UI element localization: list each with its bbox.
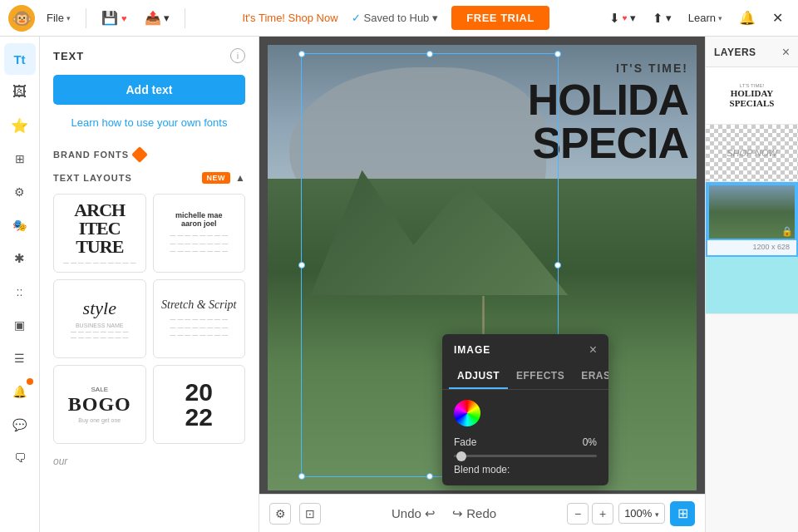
sidebar-item-mask[interactable]: 🎭	[4, 209, 36, 241]
undo-label: Undo	[392, 506, 421, 520]
main-layout: Tt 🖼 ⭐ ⊞ ⚙ 🎭 ✱ :: ▣ ☰ 🔔	[0, 37, 798, 532]
hub-chevron-icon: ▾	[432, 12, 438, 24]
color-wheel-icon[interactable]	[454, 400, 480, 426]
layer-thumbnail: LT'S TIME! HOLIDAYSPECIALS	[706, 67, 798, 124]
share-chevron-icon: ▾	[666, 12, 672, 24]
undo-icon: ↩	[425, 506, 436, 520]
file-menu[interactable]: File ▾	[40, 8, 77, 27]
share-button[interactable]: ⬆ ▾	[646, 7, 678, 30]
crop-button[interactable]: ⊡	[299, 503, 321, 525]
lock-icon: 🔒	[781, 226, 793, 237]
premium-diamond-icon	[131, 146, 148, 163]
info-icon[interactable]: i	[230, 48, 245, 63]
text-icon: Tt	[13, 52, 25, 66]
mask-icon: 🎭	[12, 219, 27, 232]
layer-item[interactable]: SHOP NOW	[706, 125, 798, 182]
collapse-icon[interactable]: ▲	[235, 172, 245, 184]
sidebar-item-filters[interactable]: ⚙	[4, 176, 36, 208]
app-logo[interactable]: 🐵	[8, 5, 35, 32]
topbar-right: ⬇ ♥ ▾ ⬆ ▾ Learn ▾ 🔔 ✕	[603, 6, 790, 30]
upload-chevron-icon: ▾	[164, 12, 170, 24]
layout-card-year[interactable]: 2022	[153, 365, 246, 444]
its-time-text: IT'S TIME!	[528, 62, 688, 75]
tab-erase[interactable]: ERASE	[573, 364, 608, 389]
blend-mode-row: Blend mode:	[454, 464, 597, 475]
fade-slider[interactable]	[454, 455, 597, 457]
saved-to-hub[interactable]: ✓ Saved to Hub ▾	[345, 9, 446, 27]
upload-button[interactable]: 📤 ▾	[138, 6, 176, 30]
specials-text: SPECIA	[528, 121, 688, 165]
left-sidebar: Tt 🖼 ⭐ ⊞ ⚙ 🎭 ✱ :: ▣ ☰ 🔔	[0, 37, 40, 532]
sidebar-item-elements[interactable]: ⭐	[4, 110, 36, 141]
layers-toggle-button[interactable]: ⊞	[670, 501, 695, 526]
sidebar-item-comment[interactable]: 🗨	[4, 442, 36, 474]
tab-adjust[interactable]: ADJUST	[449, 364, 508, 389]
layout-card-architecture[interactable]: ARCHITECTURE — — — — — — — — — —	[53, 194, 146, 273]
learn-fonts-link[interactable]: Learn how to use your own fonts	[40, 113, 259, 132]
holiday-text: HOLIDA	[528, 78, 688, 121]
image-panel-header: IMAGE ×	[442, 334, 608, 364]
notification-icon: 🔔	[12, 385, 27, 398]
notifications-button[interactable]: 🔔	[732, 6, 762, 30]
zoom-in-button[interactable]: +	[592, 503, 613, 525]
topbar: 🐵 File ▾ 💾 ♥ 📤 ▾ It's Time! Shop Now ✓ S…	[0, 0, 798, 37]
layer-item[interactable]: 🔒 1200 x 628	[706, 182, 798, 257]
sidebar-item-layouts[interactable]: ⊞	[4, 143, 36, 175]
image-panel-title: IMAGE	[454, 344, 490, 356]
add-text-button[interactable]: Add text	[53, 75, 245, 105]
layer-text-content: LT'S TIME! HOLIDAYSPECIALS	[727, 80, 778, 111]
brand-fonts-label: BRAND FONTS	[53, 150, 129, 160]
zoom-out-button[interactable]: −	[567, 503, 589, 525]
image-panel-body: Fade 0% Blend mode:	[442, 390, 608, 485]
save-button[interactable]: 💾 ♥	[95, 6, 134, 30]
bogo-sale-text: SALE	[61, 386, 139, 393]
our-text: our	[40, 452, 259, 472]
layout-grid: ARCHITECTURE — — — — — — — — — — michell…	[40, 189, 259, 452]
layout-card-style[interactable]: style BUSINESS NAME— — — — — — — —— — — …	[53, 279, 146, 358]
sidebar-item-textbox[interactable]: ☰	[4, 342, 36, 374]
redo-button[interactable]: ↪ Redo	[447, 503, 501, 525]
download-button[interactable]: ⬇ ♥ ▾	[603, 7, 643, 30]
download-chevron-icon: ▾	[630, 12, 636, 24]
shop-now-text[interactable]: It's Time! Shop Now	[242, 12, 337, 24]
brand-fonts-section: BRAND FONTS	[40, 142, 259, 165]
fade-slider-thumb[interactable]	[456, 451, 466, 461]
speech-icon: 💬	[12, 418, 27, 431]
tab-effects[interactable]: EFFECTS	[508, 364, 573, 389]
image-panel-close-button[interactable]: ×	[589, 342, 597, 357]
new-badge: NEW	[202, 172, 231, 184]
erase-icon: ✱	[14, 251, 25, 266]
zoom-level-display[interactable]: 100% ▾	[618, 503, 665, 524]
file-chevron-icon: ▾	[66, 14, 71, 22]
layer-item[interactable]: LT'S TIME! HOLIDAYSPECIALS	[706, 67, 798, 125]
sidebar-item-erase[interactable]: ✱	[4, 243, 36, 274]
sidebar-item-photos[interactable]: 🖼	[4, 76, 36, 108]
layers-list: LT'S TIME! HOLIDAYSPECIALS SHOP NOW 🔒 1	[706, 67, 798, 532]
close-window-button[interactable]: ✕	[766, 6, 790, 30]
photos-icon: 🖼	[12, 84, 27, 101]
notification-badge	[27, 378, 33, 385]
arch-sub: — — — — — — — — — —	[61, 259, 139, 265]
sidebar-item-speech[interactable]: 💬	[4, 409, 36, 441]
text-layouts-label: TEXT LAYOUTS	[53, 173, 132, 183]
layer-item[interactable]	[706, 257, 798, 314]
layout-card-stretch[interactable]: Stretch & Script — — — — — — — —— — — — …	[153, 279, 246, 358]
crop-icon: ⊡	[305, 507, 315, 520]
layout-card-michelle[interactable]: michelle maeaaron joel — — — — — — — —— …	[153, 194, 246, 273]
stretch-sub: — — — — — — — —— — — — — — — —— — — — — …	[160, 315, 239, 339]
layers-close-button[interactable]: ×	[782, 45, 790, 60]
sidebar-item-notifications[interactable]: 🔔	[4, 376, 36, 407]
layer-thumbnail: SHOP NOW	[706, 125, 798, 181]
bell-icon: 🔔	[739, 10, 756, 26]
sidebar-item-frames[interactable]: ▣	[4, 309, 36, 341]
layers-stack-icon: ⊞	[677, 505, 688, 521]
sidebar-item-text[interactable]: Tt	[4, 43, 36, 75]
settings-button[interactable]: ⚙	[269, 503, 291, 525]
divider-2	[185, 8, 185, 28]
canvas-area[interactable]: IT'S TIME! HOLIDA SPECIA IMAGE ×	[259, 37, 705, 532]
layout-card-bogo[interactable]: SALE BOGO Buy one get one	[53, 365, 146, 444]
free-trial-button[interactable]: FREE TRIAL	[451, 6, 549, 30]
undo-button[interactable]: Undo ↩	[387, 503, 441, 525]
sidebar-item-patterns[interactable]: ::	[4, 276, 36, 308]
learn-button[interactable]: Learn ▾	[682, 8, 729, 27]
